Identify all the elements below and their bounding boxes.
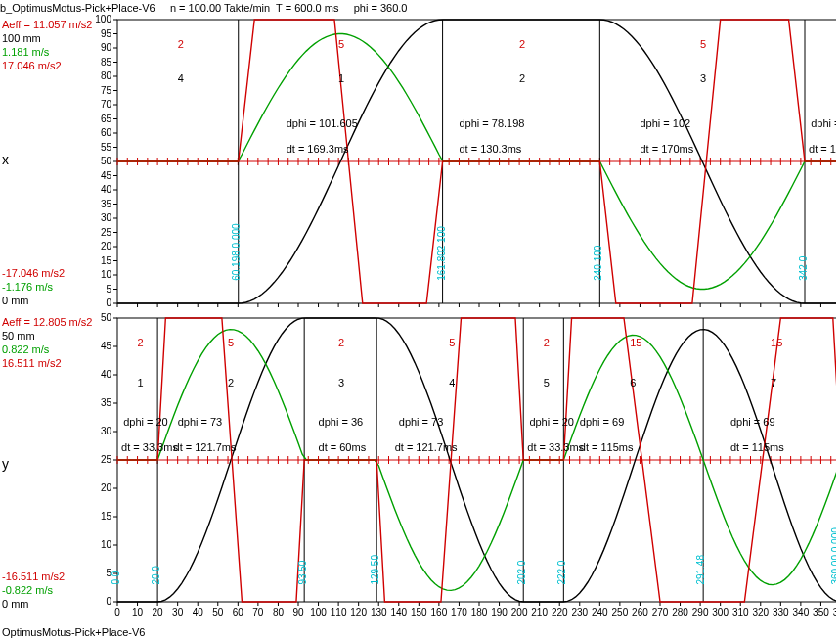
- svg-text:dt = 115ms: dt = 115ms: [730, 441, 784, 453]
- svg-text:dt = 60ms: dt = 60ms: [319, 441, 367, 453]
- svg-text:0: 0: [114, 607, 120, 617]
- x-pos-neg: 0 mm: [2, 294, 65, 307]
- svg-text:45: 45: [101, 341, 112, 351]
- y-aeff: Aeff = 12.805 m/s2: [2, 315, 92, 329]
- svg-text:250: 250: [612, 607, 629, 617]
- svg-text:dphi = 78.198: dphi = 78.198: [459, 117, 524, 129]
- svg-text:5: 5: [106, 284, 111, 295]
- side-labels-y-top: Aeff = 12.805 m/s2 50 mm 0.822 m/s 16.51…: [2, 315, 92, 370]
- x-vel: 1.181 m/s: [2, 45, 92, 59]
- svg-text:dphi = 69: dphi = 69: [730, 416, 775, 428]
- svg-text:3: 3: [700, 72, 706, 84]
- svg-text:320: 320: [752, 607, 769, 617]
- svg-text:342  0: 342 0: [798, 255, 809, 280]
- svg-text:3: 3: [338, 377, 344, 389]
- svg-text:dphi = 20: dphi = 20: [123, 416, 168, 428]
- svg-text:2: 2: [338, 337, 344, 348]
- svg-text:140: 140: [390, 607, 407, 617]
- svg-text:5: 5: [338, 38, 344, 50]
- svg-text:2: 2: [138, 337, 144, 348]
- svg-text:25: 25: [101, 454, 112, 465]
- svg-text:170: 170: [451, 607, 467, 617]
- svg-text:dphi = 69: dphi = 69: [580, 416, 625, 428]
- svg-text:240: 240: [592, 607, 608, 617]
- svg-text:7: 7: [771, 377, 776, 389]
- svg-text:dphi = 101.605: dphi = 101.605: [287, 117, 358, 129]
- svg-text:222  0: 222 0: [556, 560, 567, 584]
- svg-text:270: 270: [652, 607, 669, 617]
- y-acc-neg: -16.511 m/s2: [2, 570, 65, 583]
- svg-text:2: 2: [519, 72, 525, 84]
- side-labels-x-bot: -17.046 m/s2 -1.176 m/s 0 mm: [2, 266, 65, 307]
- svg-text:290: 290: [692, 607, 709, 617]
- svg-text:93  50: 93 50: [297, 560, 308, 584]
- svg-text:130: 130: [371, 607, 387, 617]
- svg-text:300: 300: [712, 607, 729, 617]
- svg-text:30: 30: [101, 212, 112, 223]
- svg-text:360.00  0.000: 360.00 0.000: [830, 527, 836, 585]
- svg-text:220: 220: [552, 607, 568, 617]
- svg-text:10: 10: [101, 269, 112, 280]
- chart-x: 0510152025303540455055606570758085909510…: [93, 15, 836, 313]
- svg-text:75: 75: [101, 85, 112, 96]
- chart-y: 0510152025303540455001020304050607080901…: [93, 313, 836, 626]
- axis-label-y: y: [2, 456, 9, 472]
- svg-text:70: 70: [252, 607, 264, 617]
- x-pos: 100 mm: [2, 31, 92, 45]
- axis-label-x: x: [2, 152, 9, 167]
- svg-text:dphi =: dphi =: [811, 117, 836, 129]
- svg-text:5: 5: [228, 337, 234, 348]
- svg-text:60: 60: [233, 607, 244, 617]
- svg-text:50: 50: [101, 156, 112, 166]
- svg-text:1: 1: [138, 377, 144, 389]
- x-vel-neg: -1.176 m/s: [2, 280, 65, 294]
- side-labels-x-top: Aeff = 11.057 m/s2 100 mm 1.181 m/s 17.0…: [2, 18, 92, 72]
- svg-text:dphi = 36: dphi = 36: [319, 416, 364, 428]
- svg-text:202  0: 202 0: [516, 560, 527, 584]
- svg-text:15: 15: [771, 337, 782, 348]
- header-bar: b_OptimusMotus-Pick+Place-V6 n = 100.00 …: [0, 2, 407, 14]
- svg-text:0: 0: [106, 297, 111, 308]
- svg-text:dt = 121.7ms: dt = 121.7ms: [395, 441, 458, 453]
- svg-text:100: 100: [95, 15, 111, 24]
- svg-text:40: 40: [101, 369, 112, 380]
- svg-text:40: 40: [193, 607, 204, 617]
- svg-text:40: 40: [101, 184, 112, 195]
- svg-text:20: 20: [153, 607, 164, 617]
- x-acc: 17.046 m/s2: [2, 59, 92, 72]
- svg-text:5: 5: [700, 38, 706, 50]
- svg-text:95: 95: [101, 28, 112, 39]
- svg-text:2: 2: [544, 337, 550, 348]
- svg-text:5: 5: [544, 377, 550, 389]
- svg-text:30: 30: [101, 426, 112, 436]
- y-vel-neg: -0.822 m/s: [2, 583, 65, 597]
- svg-text:330: 330: [773, 607, 789, 617]
- svg-text:150: 150: [411, 607, 427, 617]
- svg-text:0  0: 0 0: [111, 571, 121, 584]
- svg-text:dt = 33.3ms: dt = 33.3ms: [121, 441, 178, 453]
- y-pos: 50 mm: [2, 329, 92, 343]
- svg-text:310: 310: [732, 607, 749, 617]
- footer-text: OptimusMotus-Pick+Place-V6: [2, 626, 145, 638]
- svg-text:20  0: 20 0: [151, 566, 161, 585]
- svg-text:180: 180: [471, 607, 488, 617]
- svg-text:20: 20: [101, 482, 112, 493]
- svg-text:280: 280: [672, 607, 688, 617]
- svg-text:60: 60: [101, 127, 112, 138]
- svg-text:260: 260: [632, 607, 648, 617]
- svg-text:dt = 130.3ms: dt = 130.3ms: [459, 143, 521, 155]
- svg-text:90: 90: [101, 42, 112, 53]
- svg-text:1: 1: [338, 72, 344, 84]
- x-aeff: Aeff = 11.057 m/s2: [2, 18, 92, 31]
- header-T: T = 600.0 ms: [276, 2, 338, 14]
- y-acc: 16.511 m/s2: [2, 356, 92, 370]
- svg-text:2: 2: [178, 38, 184, 50]
- svg-text:20: 20: [101, 241, 112, 251]
- svg-text:80: 80: [273, 607, 285, 617]
- svg-text:dphi = 20: dphi = 20: [529, 416, 574, 428]
- svg-text:35: 35: [101, 199, 112, 209]
- svg-text:350: 350: [813, 607, 829, 617]
- svg-text:4: 4: [449, 377, 455, 389]
- svg-text:80: 80: [101, 70, 112, 81]
- svg-text:dt = 121.7ms: dt = 121.7ms: [174, 441, 237, 453]
